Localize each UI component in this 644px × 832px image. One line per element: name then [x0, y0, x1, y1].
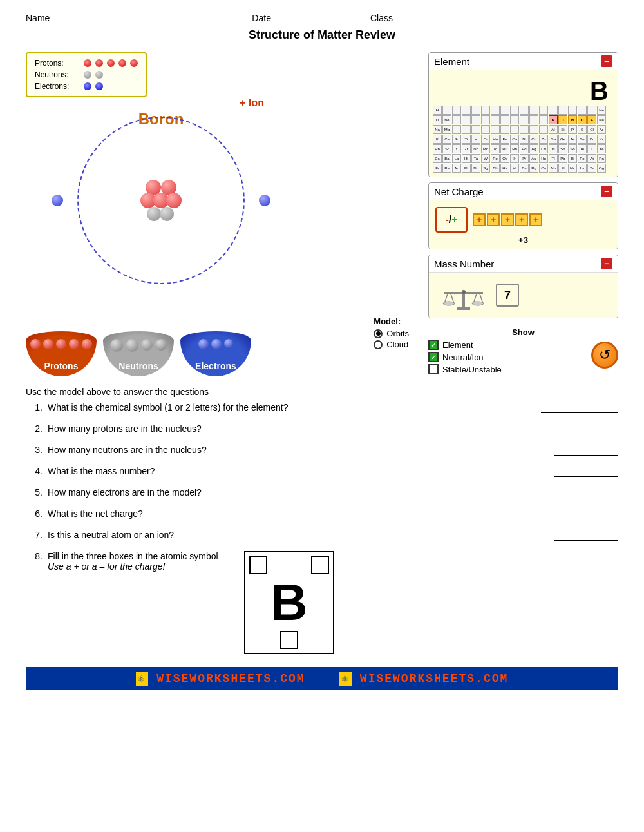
neutral-ion-checkbox[interactable]: ✓ [428, 352, 439, 362]
pt-cell-H[interactable]: H [433, 106, 442, 115]
cloud-radio[interactable] [374, 340, 383, 349]
pt-cell-Ds[interactable]: Ds [520, 164, 529, 173]
pt-cell-Sn[interactable]: Sn [558, 144, 567, 153]
pt-cell-empty[interactable] [578, 106, 587, 115]
pt-cell-empty[interactable] [452, 125, 461, 134]
model-option-orbits[interactable]: Orbits [374, 329, 409, 338]
pt-cell-Ts[interactable]: Ts [587, 164, 596, 173]
pt-cell-Fl[interactable]: Fl [558, 164, 567, 173]
pt-cell-Xe[interactable]: Xe [597, 144, 606, 153]
pt-cell-Ga[interactable]: Ga [549, 135, 558, 144]
pt-cell-empty[interactable] [481, 125, 490, 134]
pt-cell-Se[interactable]: Se [578, 135, 587, 144]
pt-cell-empty[interactable] [520, 115, 529, 124]
pt-cell-Zr[interactable]: Zr [462, 144, 471, 153]
pt-cell-Ta[interactable]: Ta [471, 154, 480, 163]
pt-cell-K[interactable]: K [433, 135, 442, 144]
pt-cell-empty[interactable] [481, 115, 490, 124]
pt-cell-Ac[interactable]: Ac [452, 164, 461, 173]
atomic-symbol-bottom-box[interactable] [280, 631, 298, 649]
pt-cell-Pb[interactable]: Pb [558, 154, 567, 163]
pt-cell-empty[interactable] [491, 106, 500, 115]
pt-cell-Pd[interactable]: Pd [520, 144, 529, 153]
pt-cell-Nb[interactable]: Nb [471, 144, 480, 153]
pt-cell-Tc[interactable]: Tc [491, 144, 500, 153]
class-line[interactable] [395, 23, 460, 23]
date-line[interactable] [274, 23, 364, 23]
pt-cell-Si[interactable]: Si [558, 125, 567, 134]
pt-cell-He[interactable]: He [597, 106, 606, 115]
pt-cell-Ne[interactable]: Ne [597, 115, 606, 124]
q1-answer[interactable] [541, 402, 618, 413]
pt-cell-Al[interactable]: Al [549, 125, 558, 134]
atomic-symbol-top-left-box[interactable] [249, 556, 267, 574]
pt-cell-Te[interactable]: Te [578, 144, 587, 153]
pt-cell-Mo[interactable]: Mo [481, 144, 490, 153]
pt-cell-empty[interactable] [568, 106, 577, 115]
pt-cell-Sg[interactable]: Sg [481, 164, 490, 173]
pt-cell-In[interactable]: In [549, 144, 558, 153]
refresh-button[interactable]: ↺ [591, 342, 618, 369]
pt-cell-empty[interactable] [462, 106, 471, 115]
pt-cell-Rb[interactable]: Rb [433, 144, 442, 153]
pt-cell-N[interactable]: N [568, 115, 577, 124]
pt-cell-empty[interactable] [491, 115, 500, 124]
pt-cell-Ni[interactable]: Ni [520, 135, 529, 144]
pt-cell-empty[interactable] [462, 125, 471, 134]
element-checkbox[interactable]: ✓ [428, 340, 439, 350]
pt-cell-Co[interactable]: Co [510, 135, 519, 144]
pt-cell-Nh[interactable]: Nh [549, 164, 558, 173]
pt-cell-Be[interactable]: Be [442, 115, 451, 124]
pt-cell-empty[interactable] [529, 106, 538, 115]
pt-cell-Au[interactable]: Au [529, 154, 538, 163]
pt-cell-At[interactable]: At [587, 154, 596, 163]
pt-cell-Cd[interactable]: Cd [539, 144, 548, 153]
pt-cell-Sc[interactable]: Sc [452, 135, 461, 144]
pt-cell-Os[interactable]: Os [500, 154, 509, 163]
pt-cell-empty[interactable] [452, 115, 461, 124]
pt-cell-Ca[interactable]: Ca [442, 135, 451, 144]
pt-cell-Cu[interactable]: Cu [529, 135, 538, 144]
pt-cell-Hg[interactable]: Hg [539, 154, 548, 163]
pt-cell-Mn[interactable]: Mn [491, 135, 500, 144]
pt-cell-As[interactable]: As [568, 135, 577, 144]
pt-cell-empty[interactable] [481, 106, 490, 115]
pt-cell-Ba[interactable]: Ba [442, 154, 451, 163]
pt-cell-B[interactable]: B [549, 115, 558, 124]
pt-cell-Og[interactable]: Og [597, 164, 606, 173]
pt-cell-Po[interactable]: Po [578, 154, 587, 163]
pt-cell-Re[interactable]: Re [491, 154, 500, 163]
pt-cell-Sb[interactable]: Sb [568, 144, 577, 153]
pt-cell-Bh[interactable]: Bh [491, 164, 500, 173]
pt-cell-Na[interactable]: Na [433, 125, 442, 134]
pt-cell-empty[interactable] [500, 106, 509, 115]
q4-answer[interactable] [554, 466, 618, 477]
pt-cell-La[interactable]: La [452, 154, 461, 163]
pt-cell-empty[interactable] [520, 125, 529, 134]
element-panel-minus[interactable]: − [601, 55, 612, 67]
pt-cell-Kr[interactable]: Kr [597, 135, 606, 144]
pt-cell-C[interactable]: C [558, 115, 567, 124]
pt-cell-empty[interactable] [452, 106, 461, 115]
pt-cell-Ag[interactable]: Ag [529, 144, 538, 153]
pt-cell-empty[interactable] [510, 106, 519, 115]
pt-cell-empty[interactable] [471, 125, 480, 134]
q5-answer[interactable] [554, 487, 618, 498]
pt-cell-Hs[interactable]: Hs [500, 164, 509, 173]
pt-cell-F[interactable]: F [587, 115, 596, 124]
pt-cell-Mt[interactable]: Mt [510, 164, 519, 173]
pt-cell-empty[interactable] [510, 125, 519, 134]
pt-cell-empty[interactable] [539, 125, 548, 134]
pt-cell-Ar[interactable]: Ar [597, 125, 606, 134]
pt-cell-Mg[interactable]: Mg [442, 125, 451, 134]
pt-cell-empty[interactable] [529, 125, 538, 134]
pt-cell-Cn[interactable]: Cn [539, 164, 548, 173]
pt-cell-O[interactable]: O [578, 115, 587, 124]
q2-answer[interactable] [554, 423, 618, 434]
pt-cell-Hf[interactable]: Hf [462, 154, 471, 163]
pt-cell-Li[interactable]: Li [433, 115, 442, 124]
pt-cell-empty[interactable] [549, 106, 558, 115]
pt-cell-I[interactable]: I [587, 144, 596, 153]
q3-answer[interactable] [554, 445, 618, 456]
pt-cell-Ru[interactable]: Ru [500, 144, 509, 153]
